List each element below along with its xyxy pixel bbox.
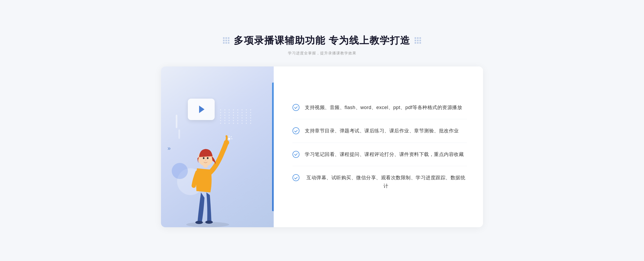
title-row: 多项录播课辅助功能 专为线上教学打造 bbox=[161, 34, 483, 47]
feature-text-2: 支持章节目录、弹题考试、课后练习、课后作业、章节测验、批改作业 bbox=[305, 127, 459, 135]
svg-point-1 bbox=[195, 221, 203, 224]
check-icon-3 bbox=[292, 151, 299, 158]
feature-item-2: 支持章节目录、弹题考试、课后练习、课后作业、章节测验、批改作业 bbox=[292, 119, 467, 143]
svg-point-7 bbox=[207, 157, 208, 159]
page-title: 多项录播课辅助功能 专为线上教学打造 bbox=[234, 34, 410, 47]
feature-text-1: 支持视频、音频、flash、word、excel、ppt、pdf等各种格式的资源… bbox=[305, 103, 462, 112]
left-arrows: » bbox=[166, 145, 172, 149]
header-section: 多项录播课辅助功能 专为线上教学打造 学习进度全掌握，提升录播课教学效果 bbox=[161, 34, 483, 56]
content-section: » bbox=[161, 66, 483, 227]
check-icon-1 bbox=[292, 104, 299, 111]
feature-text-3: 学习笔记回看、课程提问、课程评论打分、课件资料下载，重点内容收藏 bbox=[305, 150, 464, 159]
svg-point-6 bbox=[203, 157, 204, 159]
svg-point-8 bbox=[228, 138, 230, 140]
play-icon bbox=[199, 106, 204, 113]
person-illustration bbox=[175, 115, 245, 227]
blue-accent-bar bbox=[272, 83, 274, 211]
features-panel: 支持视频、音频、flash、word、excel、ppt、pdf等各种格式的资源… bbox=[274, 66, 483, 227]
page-wrapper: 多项录播课辅助功能 专为线上教学打造 学习进度全掌握，提升录播课教学效果 » bbox=[161, 34, 483, 227]
left-decorative-dots bbox=[223, 37, 229, 44]
check-icon-2 bbox=[292, 127, 299, 134]
feature-item-3: 学习笔记回看、课程提问、课程评论打分、课件资料下载，重点内容收藏 bbox=[292, 143, 467, 166]
right-decorative-dots bbox=[415, 37, 421, 44]
page-subtitle: 学习进度全掌握，提升录播课教学效果 bbox=[161, 51, 483, 56]
svg-line-11 bbox=[231, 136, 232, 137]
chevron-right-icon: » bbox=[166, 145, 172, 149]
check-icon-4 bbox=[292, 174, 299, 181]
svg-point-2 bbox=[205, 221, 213, 224]
feature-item-4: 互动弹幕、试听购买、微信分享、观看次数限制、学习进度跟踪、数据统计 bbox=[292, 166, 467, 197]
feature-item-1: 支持视频、音频、flash、word、excel、ppt、pdf等各种格式的资源… bbox=[292, 96, 467, 120]
illustration-panel: » bbox=[161, 66, 274, 227]
feature-text-4: 互动弹幕、试听购买、微信分享、观看次数限制、学习进度跟踪、数据统计 bbox=[305, 174, 467, 190]
